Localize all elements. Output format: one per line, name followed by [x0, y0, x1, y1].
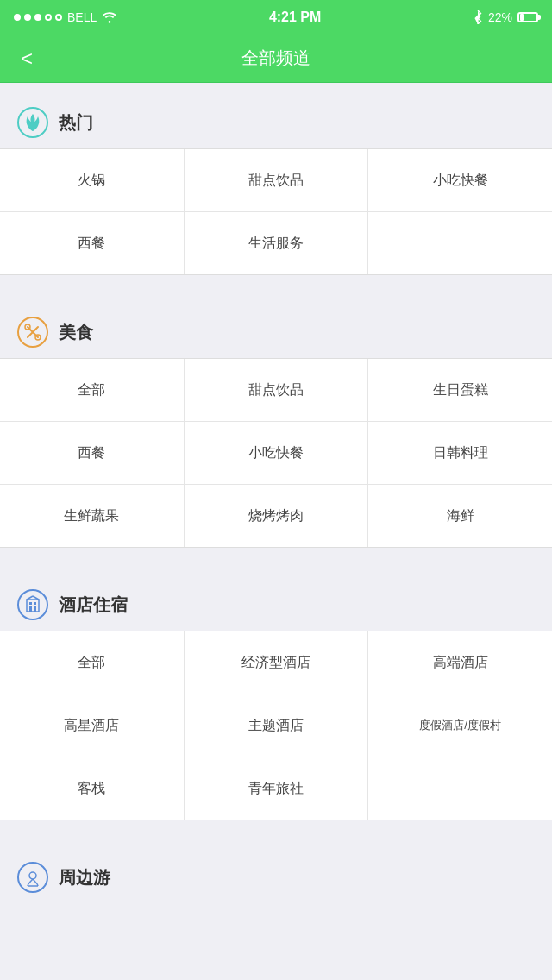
svg-point-14: [18, 863, 47, 892]
status-bar: BELL 4:21 PM 22%: [0, 0, 552, 35]
food-cell-rihan[interactable]: 日韩料理: [368, 422, 552, 484]
dot-4: [45, 14, 52, 21]
food-row-1: 全部 甜点饮品 生日蛋糕: [0, 359, 552, 422]
food-cell-birthday[interactable]: 生日蛋糕: [368, 359, 552, 421]
hotel-cell-star[interactable]: 高星酒店: [0, 694, 185, 757]
food-cell-shengxian[interactable]: 生鲜蔬果: [0, 485, 185, 547]
hotel-icon: [17, 589, 48, 620]
hotel-cell-theme[interactable]: 主题酒店: [185, 694, 369, 757]
hotel-cell-hostel[interactable]: 青年旅社: [185, 757, 369, 820]
section-hot-header: 热门: [0, 100, 552, 148]
food-row-3: 生鲜蔬果 烧烤烤肉 海鲜: [0, 485, 552, 547]
status-left: BELL: [14, 10, 117, 24]
food-grid: 全部 甜点饮品 生日蛋糕 西餐 小吃快餐 日韩料理 生鲜蔬果 烧烤烤肉 海鲜: [0, 358, 552, 548]
wifi-icon: [102, 11, 117, 23]
hotel-grid: 全部 经济型酒店 高端酒店 高星酒店 主题酒店 度假酒店/度假村 客栈 青年旅社: [0, 631, 552, 820]
hotel-cell-empty: [368, 757, 552, 820]
hotel-cell-all[interactable]: 全部: [0, 631, 185, 694]
section-hot-title: 热门: [59, 111, 93, 135]
carrier-name: BELL: [67, 10, 97, 24]
svg-rect-10: [29, 602, 32, 605]
food-cell-haixian[interactable]: 海鲜: [368, 485, 552, 547]
food-cell-all[interactable]: 全部: [0, 359, 185, 421]
battery-icon: [518, 12, 538, 22]
svg-point-15: [29, 872, 36, 879]
page-title: 全部频道: [242, 47, 310, 70]
hotel-cell-guesthouse[interactable]: 客栈: [0, 757, 185, 820]
section-nearby-header: 周边游: [0, 855, 552, 903]
food-cell-shaokao[interactable]: 烧烤烤肉: [185, 485, 369, 547]
svg-point-6: [18, 590, 47, 619]
divider-1: [0, 275, 552, 292]
section-hot: 热门 火锅 甜点饮品 小吃快餐 西餐 生活服务: [0, 83, 552, 275]
divider-3: [0, 820, 552, 838]
hot-row-2: 西餐 生活服务: [0, 212, 552, 274]
bluetooth-icon: [473, 10, 483, 24]
status-time: 4:21 PM: [269, 9, 321, 25]
section-hotel-title: 酒店住宿: [59, 594, 128, 617]
dot-5: [55, 14, 62, 21]
svg-rect-7: [27, 600, 39, 612]
divider-2: [0, 548, 552, 565]
hotel-row-2: 高星酒店 主题酒店 度假酒店/度假村: [0, 694, 552, 757]
section-food-title: 美食: [59, 321, 93, 344]
food-cell-xican[interactable]: 西餐: [0, 422, 185, 484]
section-food-header: 美食: [0, 310, 552, 358]
food-cell-xiaochi[interactable]: 小吃快餐: [185, 422, 369, 484]
section-hotel-header: 酒店住宿: [0, 582, 552, 631]
nearby-icon: [17, 862, 48, 893]
fire-icon: [17, 107, 48, 138]
hot-cell-empty: [368, 212, 552, 274]
status-right: 22%: [473, 10, 538, 24]
hot-grid: 火锅 甜点饮品 小吃快餐 西餐 生活服务: [0, 148, 552, 275]
hotel-row-1: 全部 经济型酒店 高端酒店: [0, 631, 552, 694]
section-nearby: 周边游: [0, 838, 552, 903]
dot-3: [34, 14, 41, 21]
hot-cell-tiandian[interactable]: 甜点饮品: [185, 149, 369, 211]
signal-dots: [14, 14, 62, 21]
section-hotel: 酒店住宿 全部 经济型酒店 高端酒店 高星酒店 主题酒店 度假酒店/度假村 客栈…: [0, 565, 552, 820]
hot-cell-xican[interactable]: 西餐: [0, 212, 185, 274]
svg-rect-9: [34, 606, 36, 612]
back-button[interactable]: <: [14, 40, 40, 78]
svg-rect-11: [34, 602, 36, 605]
battery-percent: 22%: [488, 10, 512, 24]
dot-1: [14, 14, 21, 21]
dot-2: [24, 14, 31, 21]
hotel-cell-luxury[interactable]: 高端酒店: [368, 631, 552, 694]
main-content: 热门 火锅 甜点饮品 小吃快餐 西餐 生活服务: [0, 83, 552, 903]
food-icon: [17, 317, 48, 348]
page-header: < 全部频道: [0, 35, 552, 83]
hotel-cell-resort[interactable]: 度假酒店/度假村: [368, 694, 552, 757]
hot-cell-xiaochi[interactable]: 小吃快餐: [368, 149, 552, 211]
hot-cell-huoguo[interactable]: 火锅: [0, 149, 185, 211]
hotel-row-3: 客栈 青年旅社: [0, 757, 552, 820]
section-food: 美食 全部 甜点饮品 生日蛋糕 西餐 小吃快餐 日韩料理 生鲜蔬果 烧烤烤肉 海…: [0, 292, 552, 548]
svg-rect-8: [29, 606, 32, 612]
hot-cell-shenghuo[interactable]: 生活服务: [185, 212, 369, 274]
hotel-cell-economy[interactable]: 经济型酒店: [185, 631, 369, 694]
section-nearby-title: 周边游: [59, 866, 110, 889]
food-row-2: 西餐 小吃快餐 日韩料理: [0, 422, 552, 485]
food-cell-tiandian[interactable]: 甜点饮品: [185, 359, 369, 421]
hot-row-1: 火锅 甜点饮品 小吃快餐: [0, 149, 552, 212]
